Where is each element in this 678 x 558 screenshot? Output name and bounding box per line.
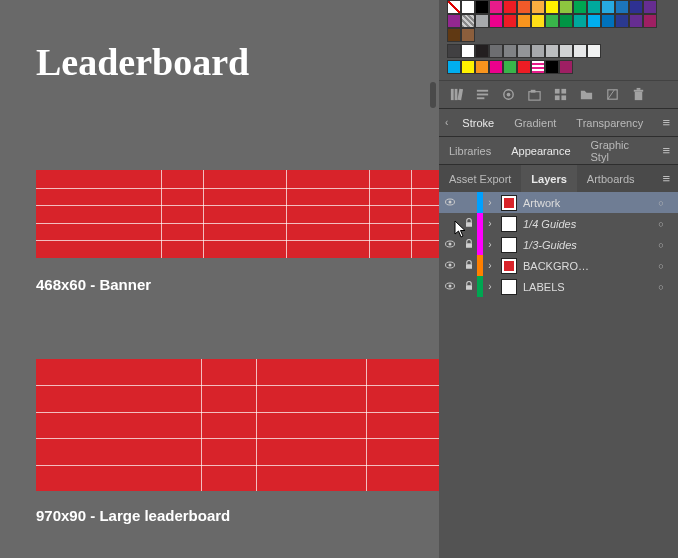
swatch[interactable] (531, 44, 545, 58)
swatch[interactable] (573, 44, 587, 58)
panel-menu-icon[interactable]: ≡ (654, 171, 678, 186)
visibility-toggle[interactable] (439, 238, 461, 252)
swatch[interactable] (643, 14, 657, 28)
canvas-area[interactable]: Leaderboard 468x60 - Banner 970x90 - Lar… (0, 0, 439, 558)
panel-menu-icon[interactable]: ≡ (654, 115, 678, 130)
visibility-toggle[interactable] (439, 280, 461, 294)
layer-row[interactable]: ›1/3-Guides○ (439, 234, 678, 255)
expand-toggle[interactable]: › (483, 239, 497, 250)
target-icon[interactable]: ○ (652, 198, 670, 208)
swatch[interactable] (517, 44, 531, 58)
swatch[interactable] (475, 14, 489, 28)
tab-layers[interactable]: Layers (521, 165, 576, 192)
swatch[interactable] (643, 0, 657, 14)
swatch[interactable] (545, 44, 559, 58)
layer-row[interactable]: ›LABELS○ (439, 276, 678, 297)
swatch[interactable] (489, 60, 503, 74)
swatch[interactable] (489, 0, 503, 14)
swatch[interactable] (615, 14, 629, 28)
swatch[interactable] (461, 44, 475, 58)
swatch[interactable] (531, 60, 545, 74)
layer-row[interactable]: ›Artwork○ (439, 192, 678, 213)
artboard-banner[interactable] (36, 170, 439, 258)
swatch-options-icon[interactable] (501, 87, 516, 102)
swatch[interactable] (461, 14, 475, 28)
expand-toggle[interactable]: › (483, 260, 497, 271)
swatch[interactable] (629, 0, 643, 14)
panel-menu-icon[interactable]: ≡ (654, 143, 678, 158)
expand-toggle[interactable]: › (483, 197, 497, 208)
swatch[interactable] (545, 14, 559, 28)
swatch[interactable] (461, 0, 475, 14)
swatch[interactable] (601, 14, 615, 28)
swatch[interactable] (447, 44, 461, 58)
trash-icon[interactable] (631, 87, 646, 102)
layer-name[interactable]: Artwork (521, 197, 652, 209)
tab-asset-export[interactable]: Asset Export (439, 165, 521, 192)
swatch[interactable] (475, 0, 489, 14)
swatch[interactable] (503, 0, 517, 14)
swatch[interactable] (489, 44, 503, 58)
swatch[interactable] (559, 60, 573, 74)
swatch[interactable] (475, 44, 489, 58)
layer-name[interactable]: 1/3-Guides (521, 239, 652, 251)
swatch[interactable] (531, 0, 545, 14)
swatch[interactable] (587, 14, 601, 28)
swatch[interactable] (587, 0, 601, 14)
chevron-left-icon[interactable]: ‹ (445, 117, 452, 128)
swatch[interactable] (489, 14, 503, 28)
new-swatch-icon[interactable] (605, 87, 620, 102)
swatch[interactable] (447, 60, 461, 74)
lock-toggle[interactable] (461, 217, 477, 231)
swatch[interactable] (545, 0, 559, 14)
layer-name[interactable]: BACKGRO… (521, 260, 652, 272)
layer-row[interactable]: ›BACKGRO…○ (439, 255, 678, 276)
swatch[interactable] (517, 0, 531, 14)
target-icon[interactable]: ○ (652, 282, 670, 292)
swatch[interactable] (559, 0, 573, 14)
swatch[interactable] (559, 44, 573, 58)
tab-transparency[interactable]: Transparency (566, 109, 653, 136)
new-swatch-grid-icon[interactable] (553, 87, 568, 102)
swatch[interactable] (545, 60, 559, 74)
target-icon[interactable]: ○ (652, 219, 670, 229)
layer-row[interactable]: ›1/4 Guides○ (439, 213, 678, 234)
swatch[interactable] (601, 0, 615, 14)
target-icon[interactable]: ○ (652, 240, 670, 250)
tab-artboards[interactable]: Artboards (577, 165, 645, 192)
swatch[interactable] (447, 14, 461, 28)
tab-libraries[interactable]: Libraries (439, 137, 501, 164)
swatch[interactable] (587, 44, 601, 58)
lock-toggle[interactable] (461, 259, 477, 273)
visibility-toggle[interactable] (439, 259, 461, 273)
lock-toggle[interactable] (461, 238, 477, 252)
swatch[interactable] (559, 14, 573, 28)
artboard-large-leaderboard[interactable] (36, 359, 439, 491)
swatch[interactable] (615, 0, 629, 14)
swatch[interactable] (503, 60, 517, 74)
swatch[interactable] (517, 60, 531, 74)
expand-toggle[interactable]: › (483, 281, 497, 292)
tab-appearance[interactable]: Appearance (501, 137, 580, 164)
swatch[interactable] (531, 14, 545, 28)
library-icon[interactable] (449, 87, 464, 102)
layer-name[interactable]: 1/4 Guides (521, 218, 652, 230)
canvas-scrollbar[interactable] (430, 82, 436, 108)
lock-toggle[interactable] (461, 280, 477, 294)
swatch[interactable] (503, 44, 517, 58)
show-kind-menu-icon[interactable] (475, 87, 490, 102)
new-color-group-icon[interactable] (527, 87, 542, 102)
swatch[interactable] (447, 28, 461, 42)
swatch[interactable] (447, 0, 461, 14)
swatch[interactable] (573, 0, 587, 14)
target-icon[interactable]: ○ (652, 261, 670, 271)
swatch[interactable] (461, 60, 475, 74)
layer-name[interactable]: LABELS (521, 281, 652, 293)
swatch[interactable] (573, 14, 587, 28)
tab-graphic-styles[interactable]: Graphic Styl (581, 137, 655, 164)
swatch[interactable] (461, 28, 475, 42)
expand-toggle[interactable]: › (483, 218, 497, 229)
folder-icon[interactable] (579, 87, 594, 102)
swatch[interactable] (475, 60, 489, 74)
visibility-toggle[interactable] (439, 196, 461, 210)
